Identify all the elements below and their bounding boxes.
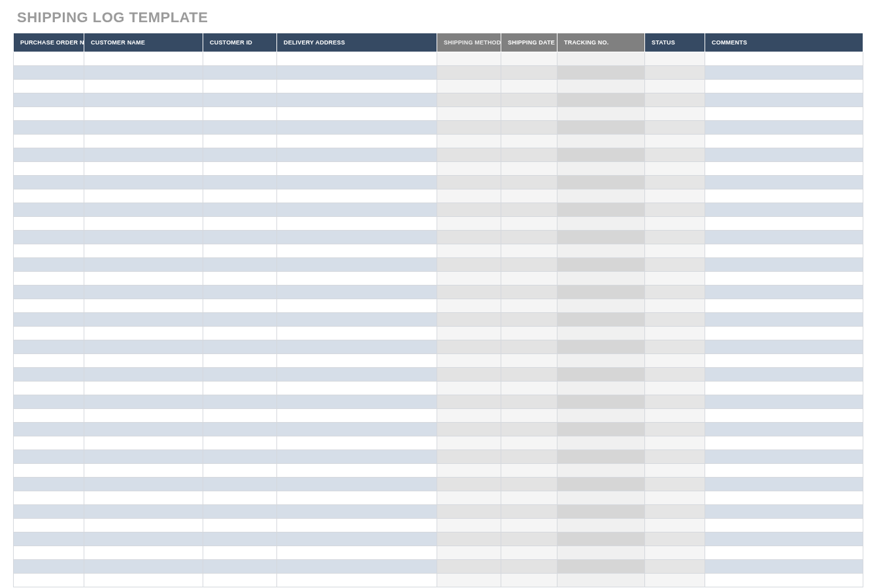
cell-status[interactable]: [645, 368, 705, 382]
cell-date[interactable]: [501, 450, 557, 464]
cell-name[interactable]: [84, 560, 203, 574]
cell-method[interactable]: [437, 258, 501, 272]
cell-name[interactable]: [84, 135, 203, 148]
col-header-po[interactable]: PURCHASE ORDER NO.: [14, 33, 84, 52]
cell-track[interactable]: [557, 327, 645, 340]
cell-po[interactable]: [14, 244, 84, 258]
cell-id[interactable]: [203, 244, 277, 258]
cell-addr[interactable]: [277, 395, 437, 409]
cell-status[interactable]: [645, 299, 705, 313]
cell-id[interactable]: [203, 258, 277, 272]
cell-comments[interactable]: [705, 491, 863, 505]
cell-track[interactable]: [557, 176, 645, 189]
cell-addr[interactable]: [277, 148, 437, 162]
cell-id[interactable]: [203, 189, 277, 203]
cell-po[interactable]: [14, 327, 84, 340]
cell-comments[interactable]: [705, 423, 863, 436]
cell-po[interactable]: [14, 382, 84, 395]
cell-comments[interactable]: [705, 354, 863, 368]
cell-method[interactable]: [437, 299, 501, 313]
cell-status[interactable]: [645, 66, 705, 80]
cell-comments[interactable]: [705, 52, 863, 66]
cell-track[interactable]: [557, 135, 645, 148]
cell-track[interactable]: [557, 272, 645, 286]
cell-comments[interactable]: [705, 203, 863, 217]
cell-comments[interactable]: [705, 546, 863, 560]
cell-name[interactable]: [84, 313, 203, 327]
cell-id[interactable]: [203, 203, 277, 217]
cell-po[interactable]: [14, 52, 84, 66]
cell-name[interactable]: [84, 327, 203, 340]
cell-name[interactable]: [84, 299, 203, 313]
cell-name[interactable]: [84, 148, 203, 162]
cell-comments[interactable]: [705, 286, 863, 299]
cell-date[interactable]: [501, 340, 557, 354]
cell-date[interactable]: [501, 299, 557, 313]
cell-addr[interactable]: [277, 80, 437, 93]
cell-comments[interactable]: [705, 66, 863, 80]
cell-method[interactable]: [437, 66, 501, 80]
cell-po[interactable]: [14, 354, 84, 368]
cell-addr[interactable]: [277, 244, 437, 258]
cell-comments[interactable]: [705, 244, 863, 258]
cell-po[interactable]: [14, 135, 84, 148]
cell-id[interactable]: [203, 395, 277, 409]
cell-po[interactable]: [14, 340, 84, 354]
cell-date[interactable]: [501, 313, 557, 327]
cell-id[interactable]: [203, 66, 277, 80]
cell-id[interactable]: [203, 519, 277, 532]
cell-status[interactable]: [645, 519, 705, 532]
cell-addr[interactable]: [277, 189, 437, 203]
cell-track[interactable]: [557, 382, 645, 395]
cell-track[interactable]: [557, 395, 645, 409]
cell-po[interactable]: [14, 107, 84, 121]
cell-addr[interactable]: [277, 107, 437, 121]
cell-addr[interactable]: [277, 121, 437, 135]
cell-method[interactable]: [437, 450, 501, 464]
cell-track[interactable]: [557, 519, 645, 532]
cell-po[interactable]: [14, 519, 84, 532]
cell-date[interactable]: [501, 203, 557, 217]
cell-method[interactable]: [437, 244, 501, 258]
cell-date[interactable]: [501, 491, 557, 505]
cell-comments[interactable]: [705, 80, 863, 93]
cell-status[interactable]: [645, 162, 705, 176]
cell-name[interactable]: [84, 244, 203, 258]
cell-date[interactable]: [501, 286, 557, 299]
cell-status[interactable]: [645, 436, 705, 450]
cell-addr[interactable]: [277, 560, 437, 574]
cell-comments[interactable]: [705, 258, 863, 272]
cell-id[interactable]: [203, 272, 277, 286]
cell-track[interactable]: [557, 258, 645, 272]
cell-status[interactable]: [645, 450, 705, 464]
cell-addr[interactable]: [277, 368, 437, 382]
cell-addr[interactable]: [277, 546, 437, 560]
cell-status[interactable]: [645, 258, 705, 272]
cell-addr[interactable]: [277, 327, 437, 340]
cell-method[interactable]: [437, 135, 501, 148]
cell-po[interactable]: [14, 491, 84, 505]
cell-status[interactable]: [645, 52, 705, 66]
cell-status[interactable]: [645, 354, 705, 368]
cell-name[interactable]: [84, 66, 203, 80]
cell-id[interactable]: [203, 313, 277, 327]
cell-comments[interactable]: [705, 340, 863, 354]
cell-id[interactable]: [203, 231, 277, 244]
cell-po[interactable]: [14, 258, 84, 272]
cell-date[interactable]: [501, 66, 557, 80]
cell-comments[interactable]: [705, 313, 863, 327]
cell-status[interactable]: [645, 286, 705, 299]
cell-date[interactable]: [501, 464, 557, 478]
cell-comments[interactable]: [705, 231, 863, 244]
cell-name[interactable]: [84, 491, 203, 505]
cell-comments[interactable]: [705, 532, 863, 546]
cell-name[interactable]: [84, 162, 203, 176]
cell-comments[interactable]: [705, 436, 863, 450]
cell-date[interactable]: [501, 93, 557, 107]
cell-status[interactable]: [645, 491, 705, 505]
cell-po[interactable]: [14, 286, 84, 299]
cell-id[interactable]: [203, 532, 277, 546]
cell-track[interactable]: [557, 189, 645, 203]
cell-comments[interactable]: [705, 409, 863, 423]
cell-date[interactable]: [501, 560, 557, 574]
